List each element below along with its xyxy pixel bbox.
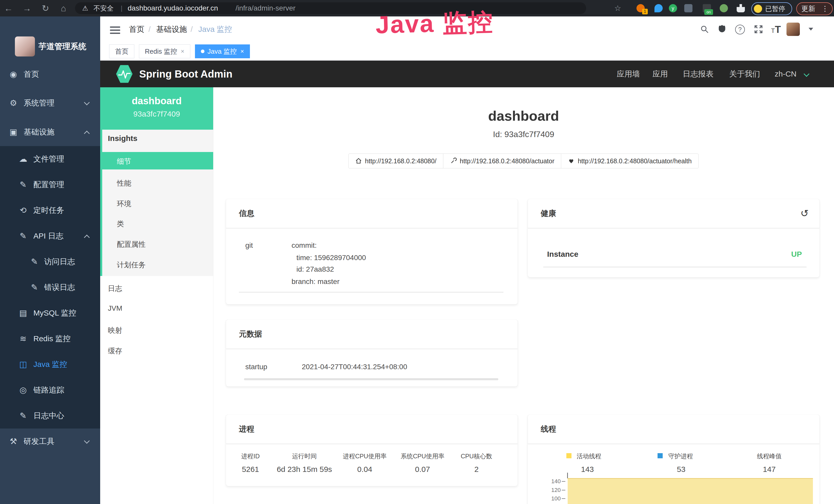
sba-item-mappings[interactable]: 映射 (108, 325, 122, 335)
endpoint-home-button[interactable]: http://192.168.0.2:48080/ (348, 154, 443, 168)
screen: ← → ↻ ⌂ ⚠ 不安全 | dashboard.yudao.iocoder.… (0, 0, 834, 504)
sidebar-item-access-log[interactable]: ✎ 访问日志 (0, 249, 100, 274)
sba-item-caches[interactable]: 缓存 (108, 346, 122, 356)
close-icon[interactable]: × (240, 48, 244, 55)
health-card-header: 健康 ↺ (528, 199, 819, 228)
sidebar-item-java-monitor[interactable]: ◫ Java 监控 (0, 351, 100, 377)
threads-card-header: 线程 (528, 415, 819, 444)
sidebar-item-home[interactable]: ◉ 首页 (0, 61, 100, 87)
y-axis-line (567, 473, 568, 478)
sidebar-item-config-mgmt[interactable]: ✎ 配置管理 (0, 172, 100, 198)
browser-profile-button[interactable]: 已暂停 (751, 2, 792, 15)
chevron-up-icon (84, 235, 90, 240)
horizontal-scrollbar[interactable] (244, 378, 498, 380)
url-host: dashboard.yudao.iocoder.cn (128, 2, 218, 14)
info-line-branch: branch: master (291, 278, 339, 286)
app-logo (15, 37, 35, 56)
security-label: 不安全 (93, 2, 113, 14)
sba-item-scheduled-tasks[interactable]: 计划任务 (117, 260, 146, 270)
font-size-icon[interactable]: TT (771, 24, 781, 35)
col-pid: 进程ID (241, 452, 260, 460)
info-card: 信息 git commit: time: 1596289704000 id: 2… (226, 199, 518, 304)
extension-icon-pin[interactable] (655, 4, 663, 12)
history-icon[interactable]: ↺ (800, 199, 809, 228)
bookmark-star-icon[interactable]: ☆ (611, 0, 624, 17)
browser-menu-dots-icon[interactable]: ⋮ (821, 3, 829, 15)
address-bar[interactable]: ⚠ 不安全 | dashboard.yudao.iocoder.cn /infr… (75, 2, 586, 14)
browser-update-button[interactable]: 更新 ⋮ (796, 2, 833, 15)
browser-home-icon[interactable]: ⌂ (57, 0, 70, 17)
infrastructure-icon: ▣ (8, 119, 19, 145)
hamburger-icon[interactable] (110, 25, 120, 36)
info-line-commit: commit: (291, 241, 317, 250)
sba-nav-about[interactable]: 关于我们 (729, 61, 760, 87)
col-cpus: CPU核心数 (461, 452, 492, 460)
sba-nav-applications[interactable]: 应用 (652, 61, 668, 87)
locale-caret-icon[interactable] (804, 71, 810, 77)
sidebar-item-api-log[interactable]: ✎ API 日志 (0, 223, 100, 249)
tab-redis-monitor[interactable]: Redis 监控 × (139, 44, 190, 58)
breadcrumb-infra[interactable]: 基础设施 (156, 17, 187, 42)
sba-nav-wallboard[interactable]: 应用墙 (617, 61, 640, 87)
extension-icon-grid[interactable] (684, 4, 693, 12)
sidebar-item-system[interactable]: ⚙ 系统管理 (0, 90, 100, 116)
sba-item-performance[interactable]: 性能 (117, 179, 131, 188)
sidebar-item-log-center[interactable]: ✎ 日志中心 (0, 403, 100, 429)
sba-header: Spring Boot Admin 应用墙 应用 日志报表 关于我们 zh-CN (100, 61, 834, 87)
browser-back-icon[interactable]: ← (2, 0, 15, 17)
gear-icon: ⚙ (8, 90, 19, 116)
database-icon: ▤ (18, 300, 29, 326)
search-icon[interactable] (700, 25, 709, 34)
sba-item-logs[interactable]: 日志 (108, 284, 122, 294)
sba-brand-title: Spring Boot Admin (139, 61, 233, 87)
tab-home[interactable]: 首页 (109, 44, 134, 58)
browser-forward-icon[interactable]: → (21, 0, 34, 17)
omnibox-divider: | (121, 2, 123, 14)
tab-java-monitor[interactable]: Java 监控 × (195, 44, 250, 58)
help-icon[interactable]: ? (735, 25, 745, 35)
log-icon: ✎ (29, 249, 40, 274)
breadcrumb-separator: / (149, 17, 151, 42)
sba-item-environment[interactable]: 环境 (117, 199, 131, 209)
sba-nav-journal[interactable]: 日志报表 (683, 61, 714, 87)
breadcrumb-home[interactable]: 首页 (129, 17, 144, 42)
val-process-cpu: 0.04 (357, 465, 372, 474)
info-card-header: 信息 (226, 199, 518, 228)
avatar-caret-icon[interactable] (809, 28, 813, 30)
sidebar-item-infra[interactable]: ▣ 基础设施 (0, 119, 100, 145)
app-title: 芋道管理系统 (39, 37, 86, 56)
sba-item-details[interactable]: 细节 (117, 157, 131, 166)
sidebar-item-error-log[interactable]: ✎ 错误日志 (0, 274, 100, 300)
sba-instance-header[interactable]: dashboard 93a3fc7f7409 (100, 87, 213, 130)
close-icon[interactable]: × (181, 48, 184, 55)
info-line-id: id: 27aa832 (297, 265, 334, 273)
github-icon[interactable] (717, 24, 727, 34)
ytick-140: 140 (545, 478, 561, 485)
sidebar-item-dev-tools[interactable]: ⚒ 研发工具 (0, 429, 100, 454)
browser-reload-icon[interactable]: ↻ (39, 0, 52, 17)
col-process-cpu: 进程CPU使用率 (343, 452, 387, 460)
extension-icon-leaf[interactable] (720, 4, 728, 12)
extension-icon-green-y[interactable]: y (669, 4, 677, 12)
endpoint-actuator-button[interactable]: http://192.168.0.2:48080/actuator (443, 154, 561, 168)
user-avatar[interactable] (787, 23, 800, 36)
sidebar-item-tracing[interactable]: ◎ 链路追踪 (0, 377, 100, 403)
sidebar-item-redis-monitor[interactable]: ≋ Redis 监控 (0, 326, 100, 351)
sidebar-item-scheduled-jobs[interactable]: ⟲ 定时任务 (0, 198, 100, 223)
sba-item-jvm[interactable]: JVM (108, 304, 122, 313)
sidebar-item-file-mgmt[interactable]: ☁ 文件管理 (0, 146, 100, 172)
threads-card: 线程 活动线程 守护进程 线程峰值 143 53 147 140 120 100 (528, 415, 819, 504)
endpoint-health-button[interactable]: http://192.168.0.2:48080/actuator/health (561, 154, 698, 168)
timer-icon: ⟲ (18, 198, 29, 223)
sba-item-config-props[interactable]: 配置属性 (117, 239, 146, 249)
extensions-puzzle-icon[interactable] (737, 4, 745, 12)
legend-blue-icon (658, 453, 663, 458)
sidebar-item-mysql-monitor[interactable]: ▤ MySQL 监控 (0, 300, 100, 326)
metadata-value: 2021-04-27T00:44:31.254+08:00 (302, 363, 407, 371)
legend-live-threads: 活动线程 (577, 452, 601, 460)
fullscreen-icon[interactable] (754, 25, 763, 34)
health-instance-label: Instance (547, 250, 578, 258)
metadata-card: 元数据 startup 2021-04-27T00:44:31.254+08:0… (226, 320, 518, 386)
sba-item-classes[interactable]: 类 (117, 219, 124, 229)
sba-locale-select[interactable]: zh-CN (775, 61, 796, 87)
